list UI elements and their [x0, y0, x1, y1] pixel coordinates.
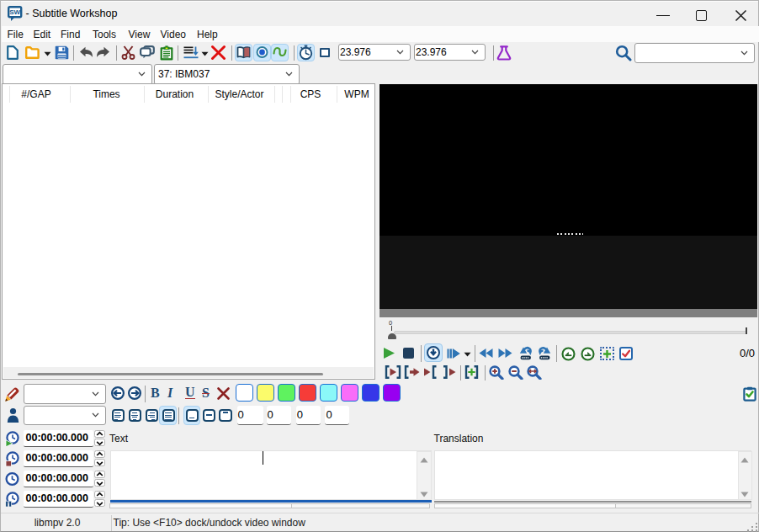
svg-text:SW: SW — [9, 8, 20, 16]
